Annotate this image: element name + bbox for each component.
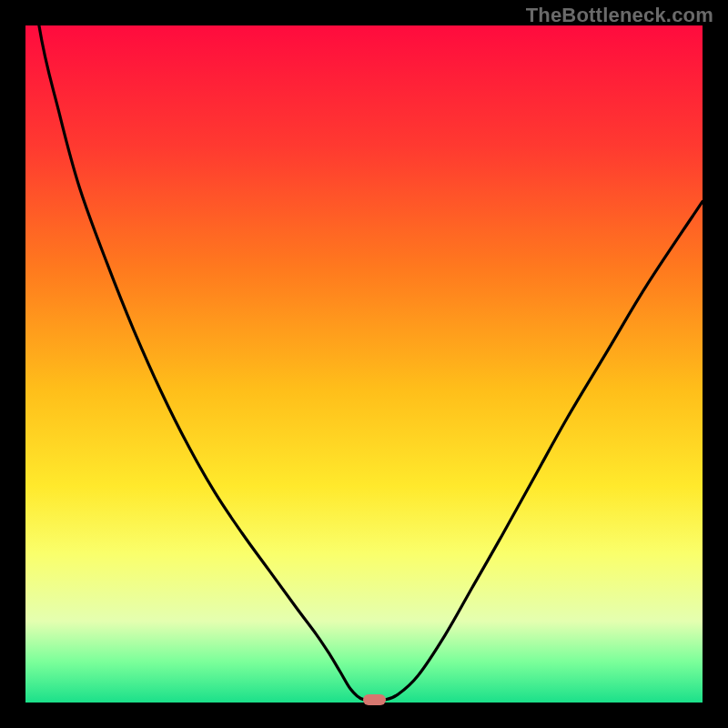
optimal-marker — [363, 694, 386, 705]
bottleneck-curve — [25, 25, 703, 701]
plot-area — [25, 25, 703, 703]
curve-svg — [25, 25, 703, 703]
watermark-text: TheBottleneck.com — [526, 4, 713, 27]
chart-frame: TheBottleneck.com — [0, 0, 728, 728]
